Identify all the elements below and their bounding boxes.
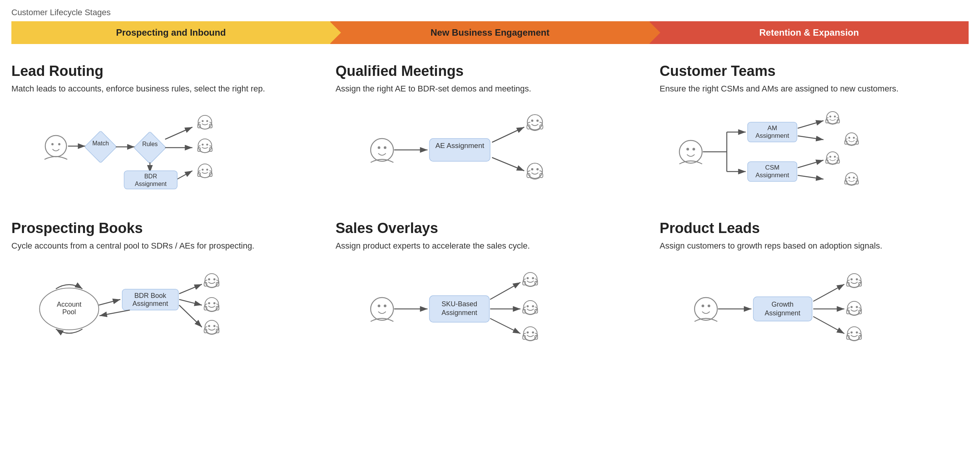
svg-point-76 — [848, 137, 850, 139]
svg-point-147 — [708, 304, 710, 307]
svg-text:AE Assignment: AE Assignment — [435, 142, 485, 150]
svg-point-136 — [532, 305, 534, 307]
svg-point-19 — [206, 120, 208, 122]
pipeline-segment-newbiz: New Business Engagement — [330, 21, 649, 44]
svg-text:SKU-Based: SKU-Based — [441, 300, 477, 308]
svg-rect-60 — [748, 122, 797, 142]
product-leads-diagram: Growth Assignment — [660, 263, 969, 354]
svg-point-109 — [208, 302, 210, 304]
svg-point-42 — [531, 120, 533, 122]
svg-point-87 — [853, 176, 855, 178]
svg-point-92 — [40, 288, 99, 330]
svg-line-10 — [165, 127, 192, 139]
svg-text:Rules: Rules — [142, 141, 158, 147]
svg-rect-168 — [847, 335, 850, 339]
svg-line-69 — [798, 175, 824, 179]
svg-rect-50 — [540, 174, 543, 177]
svg-point-157 — [856, 278, 858, 281]
svg-point-160 — [848, 301, 861, 315]
svg-point-70 — [827, 112, 839, 124]
svg-point-46 — [527, 163, 542, 178]
sections-grid: Lead Routing Match leads to accounts, en… — [11, 63, 969, 354]
svg-rect-159 — [859, 283, 862, 286]
svg-point-130 — [527, 277, 529, 279]
svg-rect-37 — [429, 139, 490, 161]
customer-teams-title: Customer Teams — [660, 63, 969, 79]
section-lead-routing: Lead Routing Match leads to accounts, en… — [11, 63, 320, 197]
svg-rect-26 — [209, 148, 212, 152]
svg-text:BDR Book: BDR Book — [134, 292, 167, 299]
svg-point-139 — [523, 327, 537, 340]
svg-rect-158 — [847, 283, 850, 286]
svg-rect-83 — [826, 160, 828, 163]
svg-line-68 — [798, 160, 824, 168]
svg-line-126 — [490, 283, 520, 299]
svg-line-101 — [179, 299, 202, 305]
svg-line-99 — [99, 310, 130, 316]
svg-point-155 — [848, 274, 861, 287]
svg-rect-106 — [204, 283, 207, 286]
prospecting-books-desc: Cycle accounts from a central pool to SD… — [11, 240, 320, 252]
qualified-meetings-title: Qualified Meetings — [336, 63, 645, 79]
svg-text:Assignment: Assignment — [765, 309, 800, 317]
svg-point-131 — [532, 277, 534, 279]
svg-point-17 — [198, 115, 212, 129]
svg-rect-45 — [540, 125, 543, 129]
svg-line-152 — [813, 284, 845, 301]
svg-point-71 — [829, 115, 831, 117]
page-label: Customer Lifecycle Stages — [11, 8, 969, 18]
svg-point-33 — [371, 139, 393, 161]
svg-rect-164 — [859, 310, 862, 314]
svg-point-162 — [856, 306, 858, 308]
svg-text:Pool: Pool — [62, 308, 76, 316]
svg-point-54 — [692, 148, 695, 150]
svg-point-18 — [202, 120, 204, 122]
svg-text:CSM: CSM — [765, 164, 780, 171]
svg-point-2 — [51, 143, 54, 145]
svg-point-85 — [846, 173, 858, 185]
svg-point-119 — [371, 297, 393, 320]
svg-line-66 — [798, 121, 824, 128]
svg-rect-20 — [197, 124, 200, 128]
svg-point-165 — [848, 327, 861, 340]
svg-rect-96 — [122, 289, 178, 310]
svg-text:Assignment: Assignment — [135, 180, 167, 187]
svg-text:Assignment: Assignment — [756, 172, 789, 179]
svg-rect-132 — [523, 281, 525, 285]
svg-rect-30 — [197, 173, 200, 176]
svg-rect-143 — [535, 335, 538, 339]
svg-point-104 — [208, 278, 210, 281]
svg-line-102 — [179, 305, 202, 327]
svg-rect-79 — [856, 141, 859, 144]
product-leads-title: Product Leads — [660, 220, 969, 236]
svg-line-128 — [490, 318, 520, 334]
svg-point-48 — [536, 168, 539, 171]
svg-text:Assignment: Assignment — [132, 300, 168, 307]
svg-point-34 — [377, 146, 380, 149]
svg-point-53 — [686, 148, 689, 150]
svg-text:BDR: BDR — [144, 173, 157, 179]
svg-point-110 — [213, 302, 216, 304]
svg-point-75 — [846, 133, 858, 145]
svg-rect-138 — [535, 309, 538, 313]
svg-line-13 — [177, 171, 192, 179]
lead-routing-desc: Match leads to accounts, enforce busines… — [11, 83, 320, 95]
svg-point-52 — [679, 140, 702, 163]
svg-point-41 — [527, 115, 542, 130]
svg-point-135 — [527, 305, 529, 307]
svg-point-115 — [213, 325, 216, 327]
svg-point-113 — [205, 320, 218, 334]
svg-rect-25 — [197, 148, 200, 152]
lead-routing-diagram: Match Rules BDR Assignment — [11, 106, 320, 197]
svg-text:Assignment: Assignment — [441, 309, 477, 316]
svg-text:Growth: Growth — [772, 300, 794, 308]
sales-overlays-diagram: SKU-Based Assignment — [336, 263, 645, 354]
pipeline-bar: Prospecting and Inbound New Business Eng… — [11, 21, 969, 44]
svg-point-146 — [702, 304, 704, 307]
svg-rect-169 — [859, 335, 862, 339]
svg-point-43 — [536, 120, 539, 122]
svg-point-86 — [848, 176, 850, 178]
svg-rect-137 — [523, 309, 525, 313]
svg-line-39 — [492, 127, 524, 142]
svg-text:Match: Match — [92, 140, 109, 147]
